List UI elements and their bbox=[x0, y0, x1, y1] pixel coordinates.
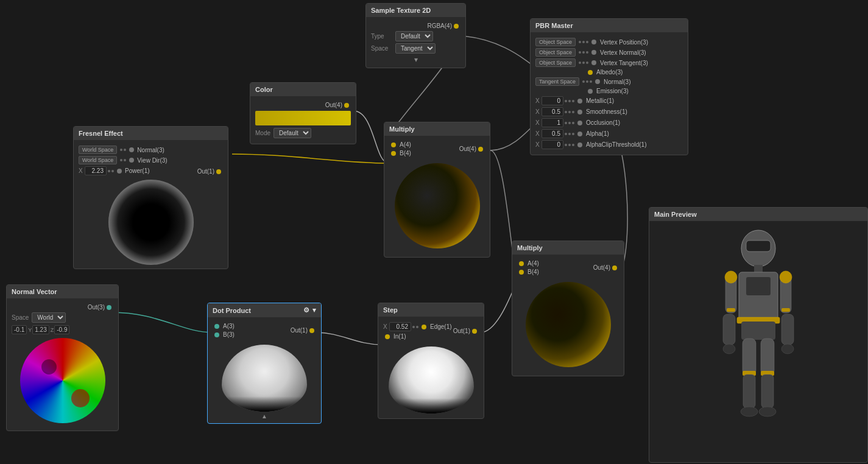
svg-rect-6 bbox=[741, 322, 775, 340]
step-node: Step X 0.52 Edge(1) In(1) Out(1) bbox=[378, 303, 484, 419]
fresnel-normal-port[interactable] bbox=[129, 147, 134, 152]
multiply2-b-port[interactable] bbox=[519, 270, 524, 275]
step-out-label: Out(1) bbox=[453, 328, 470, 334]
type-row: Type Default bbox=[371, 31, 460, 41]
multiply2-out-label: Out(4) bbox=[593, 264, 610, 271]
vertex-normal-port[interactable] bbox=[591, 50, 596, 55]
svg-point-21 bbox=[741, 407, 758, 417]
smoothness-label: Smoothness(1) bbox=[586, 108, 627, 115]
dot-out-label: Out(1) bbox=[291, 327, 308, 334]
main-preview-panel: Main Preview bbox=[649, 207, 868, 463]
smoothness-port[interactable] bbox=[577, 110, 582, 114]
multiply2-a-port[interactable] bbox=[519, 261, 524, 266]
alphaclip-label: AlphaClipThreshold(1) bbox=[586, 141, 647, 148]
svg-point-13 bbox=[723, 344, 735, 354]
dot-out-port[interactable] bbox=[309, 328, 314, 333]
normal-vector-title: Normal Vector bbox=[12, 288, 57, 295]
fresnel-power-port[interactable] bbox=[117, 169, 122, 174]
occlusion-dots bbox=[565, 122, 574, 124]
color-bar[interactable] bbox=[255, 111, 351, 125]
normal-y-val: 1.23 bbox=[32, 325, 49, 334]
normal-space-select[interactable]: World bbox=[32, 312, 66, 323]
dot-a-port[interactable] bbox=[214, 324, 219, 329]
dot-b-label: B(3) bbox=[223, 331, 235, 338]
multiply2-b-row: B(4) bbox=[517, 269, 593, 275]
normal-vector-out-port[interactable] bbox=[107, 305, 111, 310]
type-select[interactable]: Default bbox=[395, 31, 433, 41]
vertex-position-dots bbox=[579, 41, 588, 43]
step-edge-port[interactable] bbox=[422, 325, 426, 329]
alpha-port[interactable] bbox=[577, 132, 582, 136]
fresnel-out-port[interactable] bbox=[216, 169, 221, 174]
expand-chevron[interactable]: ▾ bbox=[371, 55, 460, 64]
emission-port[interactable] bbox=[588, 89, 593, 94]
albedo-port[interactable] bbox=[588, 70, 593, 75]
fresnel-power-row: X 2.23 Power(1) bbox=[79, 166, 197, 175]
dot-a-row: A(3) bbox=[213, 323, 291, 329]
vertex-normal-label: Vertex Normal(3) bbox=[600, 49, 646, 56]
svg-rect-20 bbox=[761, 374, 774, 408]
fresnel-out-label: Out(1) bbox=[197, 168, 214, 175]
mode-select[interactable]: Default bbox=[273, 128, 311, 138]
fresnel-normal-label: Normal(3) bbox=[137, 147, 164, 153]
multiply1-out-port[interactable] bbox=[478, 147, 483, 152]
step-in-port[interactable] bbox=[385, 334, 390, 339]
normal-space-row: Space World bbox=[12, 312, 113, 323]
dot-product-preview bbox=[222, 345, 307, 412]
svg-rect-8 bbox=[727, 308, 735, 312]
alpha-row: X 0.5 Alpha(1) bbox=[535, 129, 683, 138]
step-preview bbox=[389, 346, 474, 413]
space-row: Space Tangent bbox=[371, 43, 460, 54]
alphaclip-row: X 0 AlphaClipThreshold(1) bbox=[535, 140, 683, 149]
smoothness-row: X 0.5 Smoothness(1) bbox=[535, 107, 683, 116]
svg-rect-4 bbox=[746, 277, 771, 295]
multiply1-preview bbox=[395, 163, 480, 248]
multiply2-out-port[interactable] bbox=[612, 265, 617, 270]
normal-vector-node: Normal Vector Out(3) Space World -0.1 Y … bbox=[6, 284, 119, 431]
rgba-port[interactable] bbox=[454, 24, 459, 29]
svg-rect-15 bbox=[743, 339, 756, 375]
vertex-tangent-label: Vertex Tangent(3) bbox=[600, 60, 648, 66]
multiply1-b-port[interactable] bbox=[391, 151, 396, 156]
normal-vector-header: Normal Vector bbox=[7, 285, 118, 298]
dot-product-header: Dot Product ⚙ ▾ bbox=[208, 303, 321, 317]
albedo-row: Albedo(3) bbox=[535, 69, 683, 76]
vertex-tangent-row: Object Space Vertex Tangent(3) bbox=[535, 58, 683, 67]
multiply1-a-row: A(4) bbox=[389, 141, 459, 148]
fresnel-header: Fresnel Effect bbox=[74, 127, 228, 140]
dot-b-port[interactable] bbox=[214, 332, 219, 337]
multiply2-header: Multiply bbox=[512, 241, 624, 255]
metallic-dots bbox=[565, 100, 574, 102]
dot-product-chevron-icon[interactable]: ▾ bbox=[312, 306, 316, 314]
vertex-position-port[interactable] bbox=[591, 40, 596, 44]
fresnel-viewdir-port[interactable] bbox=[129, 158, 134, 163]
dot-product-node: Dot Product ⚙ ▾ A(3) B(3) Out(1) bbox=[207, 303, 322, 424]
dot-out-row: Out(1) bbox=[291, 327, 316, 334]
multiply2-title: Multiply bbox=[517, 244, 543, 251]
emission-row: Emission(3) bbox=[535, 88, 683, 94]
multiply1-a-port[interactable] bbox=[391, 142, 396, 147]
svg-rect-12 bbox=[782, 314, 794, 345]
multiply2-a-row: A(4) bbox=[517, 260, 593, 267]
mode-row: Mode Default bbox=[255, 128, 351, 138]
fresnel-power-label: Power(1) bbox=[125, 167, 150, 174]
vertex-position-row: Object Space Vertex Position(3) bbox=[535, 38, 683, 46]
space-select[interactable]: Tangent bbox=[395, 43, 436, 54]
color-out-port[interactable] bbox=[344, 103, 349, 108]
multiply2-node: Multiply A(4) B(4) Out(4) bbox=[512, 241, 624, 376]
metallic-port[interactable] bbox=[577, 99, 582, 104]
fresnel-preview bbox=[108, 180, 194, 265]
svg-point-23 bbox=[725, 271, 737, 283]
occlusion-port[interactable] bbox=[577, 121, 582, 125]
alphaclip-port[interactable] bbox=[577, 142, 582, 147]
rgba-label: RGBA(4) bbox=[427, 23, 452, 29]
fresnel-viewdir-space: World Space bbox=[79, 156, 117, 164]
step-edge-row: X 0.52 Edge(1) bbox=[383, 322, 453, 331]
dot-product-up-arrow[interactable]: ▲ bbox=[213, 413, 316, 420]
dot-product-gear-icon[interactable]: ⚙ bbox=[303, 306, 309, 314]
normal-port[interactable] bbox=[595, 79, 600, 84]
vertex-tangent-port[interactable] bbox=[591, 60, 596, 65]
step-out-port[interactable] bbox=[472, 329, 477, 334]
pbr-master-header: PBR Master bbox=[531, 19, 688, 32]
multiply1-a-label: A(4) bbox=[400, 141, 411, 148]
